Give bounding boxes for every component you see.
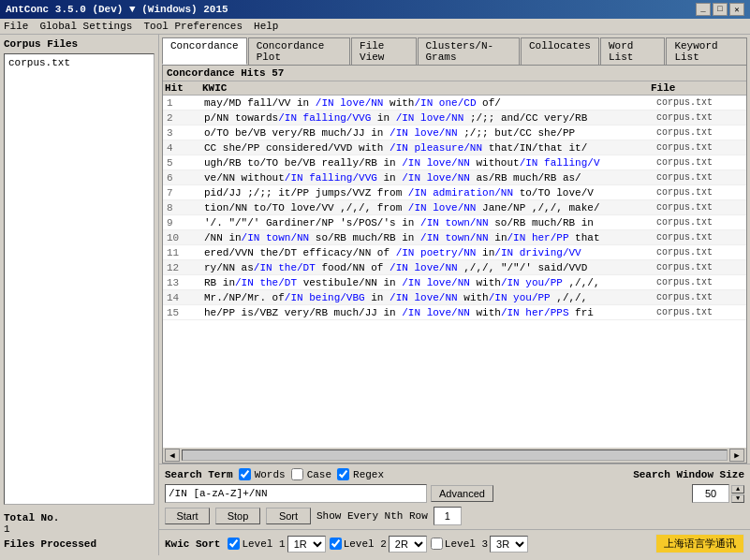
window-size-input[interactable]: [692, 484, 729, 503]
tab-file-view[interactable]: File View: [351, 37, 416, 65]
nth-row-input[interactable]: [434, 507, 462, 525]
table-row[interactable]: 8 tion/NN to/TO love/VV ,/,/, from /IN l…: [163, 200, 746, 215]
kwic-text: tion/NN to/TO love/VV ,/,/, from /IN lov…: [200, 201, 653, 214]
hit-number: 5: [163, 156, 200, 169]
table-row[interactable]: 5 ugh/RB to/TO be/VB really/RB in /IN lo…: [163, 155, 746, 170]
hit-number: 7: [163, 186, 200, 199]
kwic-text: Mr./NP/Mr. of/IN being/VBG in /IN love/N…: [200, 291, 653, 304]
table-row[interactable]: 3 o/TO be/VB very/RB much/JJ in /IN love…: [163, 125, 746, 140]
spinner-up[interactable]: ▲: [731, 485, 744, 494]
level1-select[interactable]: 1L1R2L2R3L3R: [287, 536, 326, 553]
search-row-2: Advanced ▲ ▼: [165, 484, 744, 503]
scroll-left-btn[interactable]: ◀: [165, 449, 180, 462]
regex-checkbox-group[interactable]: Regex: [337, 468, 384, 480]
level3-checkbox[interactable]: [431, 538, 443, 550]
file-name: corpus.txt: [653, 156, 746, 169]
spinner-down[interactable]: ▼: [731, 494, 744, 503]
menu-help[interactable]: Help: [254, 21, 278, 32]
total-no-value: 1: [4, 523, 154, 535]
level3-group[interactable]: Level 3 1L1R2L2R3L3R: [431, 536, 528, 553]
search-area: Search Term Words Case Regex Search Wind…: [159, 464, 750, 529]
file-name: corpus.txt: [653, 126, 746, 139]
menu-tool-preferences[interactable]: Tool Preferences: [143, 21, 243, 32]
level2-select[interactable]: 1L1R2L2R3L3R: [389, 536, 427, 553]
tab-keyword-list[interactable]: Keyword List: [666, 37, 747, 65]
title-bar: AntConc 3.5.0 (Dev) ▼ (Windows) 2015 _ □…: [0, 0, 750, 19]
search-row-3: Start Stop Sort Show Every Nth Row: [165, 507, 744, 525]
nth-row-label: Show Every Nth Row: [316, 510, 428, 522]
horiz-scroll-track[interactable]: [182, 449, 728, 461]
hit-number: 15: [163, 306, 200, 319]
concordance-panel: Concordance Hits 57 Hit KWIC File 1 may/…: [162, 65, 747, 464]
menu-global-settings[interactable]: Global Settings: [39, 21, 132, 32]
file-name: corpus.txt: [653, 276, 746, 288]
kwic-text: ugh/RB to/TO be/VB really/RB in /IN love…: [200, 156, 653, 169]
level3-label: Level 3: [445, 538, 488, 550]
concordance-table[interactable]: 1 may/MD fall/VV in /IN love/NN with/IN …: [163, 96, 746, 448]
tab-concordance[interactable]: Concordance: [162, 37, 247, 65]
level1-group[interactable]: Level 1 1L1R2L2R3L3R: [228, 536, 325, 553]
table-row[interactable]: 6 ve/NN without/IN falling/VVG in /IN lo…: [163, 170, 746, 185]
maximize-button[interactable]: □: [713, 3, 728, 16]
tab-word-list[interactable]: Word List: [600, 37, 665, 65]
table-row[interactable]: 10 /NN in/IN town/NN so/RB much/RB in /I…: [163, 230, 746, 245]
hit-number: 2: [163, 111, 200, 125]
table-row[interactable]: 13 RB in/IN the/DT vestibule/NN in /IN l…: [163, 275, 746, 290]
level1-checkbox[interactable]: [228, 538, 240, 550]
hits-bar: Concordance Hits 57: [163, 66, 746, 81]
stop-button[interactable]: Stop: [215, 508, 260, 524]
table-row[interactable]: 15 he/PP is/VBZ very/RB much/JJ in /IN l…: [163, 305, 746, 320]
tab-concordance-plot[interactable]: Concordance Plot: [248, 37, 350, 65]
case-checkbox[interactable]: [291, 468, 303, 480]
kwic-sort-label: Kwic Sort: [165, 538, 220, 550]
table-row[interactable]: 12 ry/NN as/IN the/DT food/NN of /IN lov…: [163, 260, 746, 275]
window-controls[interactable]: _ □ ✕: [696, 3, 744, 16]
file-name: corpus.txt: [653, 141, 746, 154]
table-row[interactable]: 7 pid/JJ ;/;; it/PP jumps/VVZ from /IN a…: [163, 185, 746, 200]
kwic-sort-row: Kwic Sort Level 1 1L1R2L2R3L3R Level 2 1…: [159, 529, 750, 555]
table-row[interactable]: 14 Mr./NP/Mr. of/IN being/VBG in /IN lov…: [163, 290, 746, 305]
window-size-spinner[interactable]: ▲ ▼: [731, 485, 744, 503]
table-row[interactable]: 4 CC she/PP considered/VVD with /IN plea…: [163, 140, 746, 155]
level2-checkbox[interactable]: [330, 538, 342, 550]
menu-file[interactable]: File: [4, 21, 28, 32]
search-input[interactable]: [165, 484, 427, 503]
corpus-file-list[interactable]: corpus.txt: [4, 53, 154, 505]
tab-bar: Concordance Concordance Plot File View C…: [159, 35, 750, 65]
hit-number: 1: [163, 96, 200, 110]
table-row[interactable]: 11 ered/VVN the/DT efficacy/NN of /IN po…: [163, 245, 746, 260]
hit-number: 10: [163, 231, 200, 244]
kwic-text: o/TO be/VB very/RB much/JJ in /IN love/N…: [200, 126, 653, 140]
files-processed-label: Files Processed: [4, 538, 154, 550]
words-checkbox[interactable]: [239, 468, 251, 480]
case-checkbox-group[interactable]: Case: [291, 468, 331, 480]
horizontal-scrollbar[interactable]: ◀ ▶: [163, 448, 746, 463]
table-row[interactable]: 1 may/MD fall/VV in /IN love/NN with/IN …: [163, 96, 746, 111]
level3-select[interactable]: 1L1R2L2R3L3R: [490, 536, 528, 553]
start-button[interactable]: Start: [165, 508, 210, 524]
scroll-right-btn[interactable]: ▶: [729, 449, 744, 462]
table-row[interactable]: 9 '/. "/"/' Gardiner/NP 's/POS/'s in /IN…: [163, 215, 746, 230]
level2-label: Level 2: [344, 538, 387, 550]
sort-button[interactable]: Sort: [266, 508, 311, 524]
close-button[interactable]: ✕: [729, 3, 744, 16]
regex-checkbox[interactable]: [337, 468, 349, 480]
minimize-button[interactable]: _: [696, 3, 711, 16]
file-name: corpus.txt: [653, 291, 746, 303]
corpus-file-item[interactable]: corpus.txt: [7, 56, 152, 69]
tab-collocates[interactable]: Collocates: [521, 37, 599, 65]
words-checkbox-group[interactable]: Words: [239, 468, 286, 480]
kwic-text: /NN in/IN town/NN so/RB much/RB in /IN t…: [200, 231, 653, 244]
search-row-1: Search Term Words Case Regex Search Wind…: [165, 468, 744, 480]
advanced-button[interactable]: Advanced: [431, 485, 493, 502]
hit-number: 13: [163, 276, 200, 289]
hit-number: 9: [163, 216, 200, 229]
menu-bar: File Global Settings Tool Preferences He…: [0, 19, 750, 35]
tab-clusters-ngrams[interactable]: Clusters/N-Grams: [418, 37, 520, 65]
table-row[interactable]: 2 p/NN towards/IN falling/VVG in /IN lov…: [163, 111, 746, 125]
level2-group[interactable]: Level 2 1L1R2L2R3L3R: [330, 536, 427, 553]
file-name: corpus.txt: [653, 201, 746, 214]
kwic-text: RB in/IN the/DT vestibule/NN in /IN love…: [200, 276, 653, 289]
total-no-label: Total No.: [4, 512, 154, 523]
hit-number: 11: [163, 246, 200, 259]
